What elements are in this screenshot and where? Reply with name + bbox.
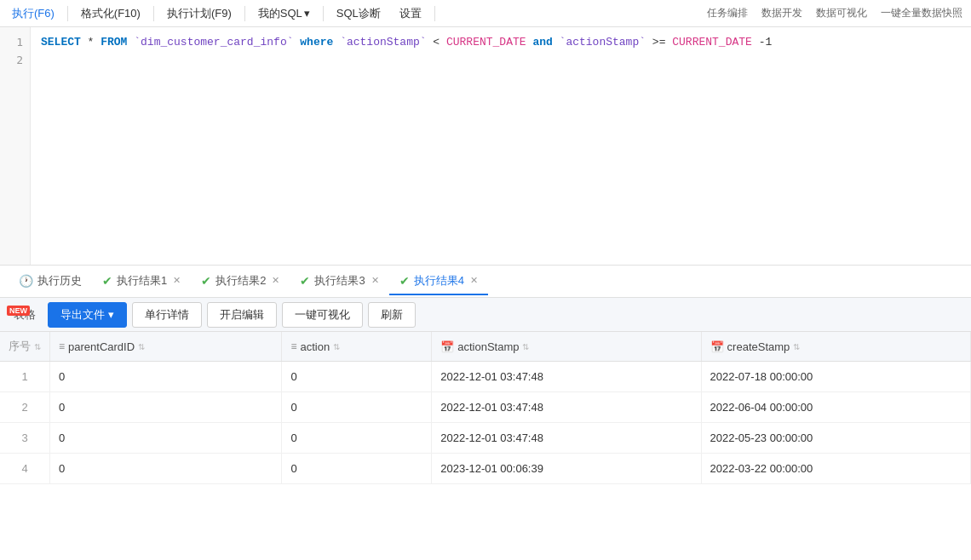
cell-parentcardid-0: 0 (50, 362, 282, 392)
close-tab-2[interactable]: ✕ (272, 275, 279, 286)
th-action: ≡ action ⇅ (282, 332, 432, 362)
cell-actionstamp-1: 2022-12-01 03:47:48 (432, 392, 701, 423)
list-icon-1: ≡ (59, 340, 65, 352)
sort-icon-action[interactable]: ⇅ (333, 342, 340, 351)
chevron-down-icon: ▾ (304, 7, 310, 20)
separator-2 (153, 6, 154, 21)
table-row: 4 0 0 2023-12-01 00:06:39 2022-03-22 00:… (0, 454, 971, 484)
new-badge: NEW (7, 306, 30, 316)
right-toolbar: 任务编排 数据开发 数据可视化 一键全量数据快照 (702, 4, 968, 22)
tab-result3[interactable]: ✔ 执行结果3 ✕ (290, 268, 388, 295)
action-toolbar: NEW 表格 导出文件 ▾ 单行详情 开启编辑 一键可视化 刷新 (0, 298, 971, 332)
separator-5 (434, 6, 435, 21)
th-createstamp: 📅 createStamp ⇅ (701, 332, 970, 362)
table-row: 1 0 0 2022-12-01 03:47:48 2022-07-18 00:… (0, 362, 971, 392)
execute-btn[interactable]: 执行(F6) (3, 3, 63, 24)
plan-btn[interactable]: 执行计划(F9) (158, 3, 240, 24)
row-detail-btn[interactable]: 单行详情 (132, 302, 202, 328)
cell-createstamp-2: 2022-05-23 00:00:00 (701, 423, 970, 454)
separator-1 (67, 6, 68, 21)
separator-4 (323, 6, 324, 21)
tab-history[interactable]: 🕐 执行历史 (9, 268, 92, 295)
format-btn[interactable]: 格式化(F10) (72, 3, 149, 24)
table-body: 1 0 0 2022-12-01 03:47:48 2022-07-18 00:… (0, 362, 971, 484)
check-icon-1: ✔ (102, 274, 112, 288)
close-tab-3[interactable]: ✕ (371, 275, 379, 286)
sort-icon-rownum[interactable]: ⇅ (34, 342, 41, 351)
cell-createstamp-1: 2022-06-04 00:00:00 (701, 392, 970, 423)
data-visual-link[interactable]: 数据可视化 (811, 4, 872, 22)
th-actionstamp: 📅 actionStamp ⇅ (432, 332, 701, 362)
cell-action-3: 0 (282, 454, 432, 484)
cell-action-1: 0 (282, 392, 432, 423)
cell-createstamp-3: 2022-03-22 00:00:00 (701, 454, 970, 484)
cell-actionstamp-0: 2022-12-01 03:47:48 (432, 362, 701, 392)
cell-rownum-2: 3 (0, 423, 50, 454)
separator-3 (244, 6, 245, 21)
enable-edit-btn[interactable]: 开启编辑 (207, 302, 277, 328)
check-icon-2: ✔ (201, 274, 211, 288)
table-view-wrapper: NEW 表格 (7, 307, 43, 323)
export-btn[interactable]: 导出文件 ▾ (48, 302, 127, 328)
refresh-btn[interactable]: 刷新 (368, 302, 416, 328)
check-icon-3: ✔ (300, 274, 310, 288)
cell-rownum-3: 4 (0, 454, 50, 484)
bottom-panel: 🕐 执行历史 ✔ 执行结果1 ✕ ✔ 执行结果2 ✕ ✔ 执行结果3 ✕ ✔ 执… (0, 266, 971, 560)
result-table-wrapper[interactable]: 序号 ⇅ ≡ parentCardID ⇅ (0, 332, 971, 560)
check-icon-4: ✔ (399, 274, 410, 288)
th-rownum: 序号 ⇅ (0, 332, 50, 362)
cell-actionstamp-2: 2022-12-01 03:47:48 (432, 423, 701, 454)
tab-result2[interactable]: ✔ 执行结果2 ✕ (191, 268, 290, 295)
my-sql-btn[interactable]: 我的SQL ▾ (250, 3, 319, 24)
sql-content[interactable]: SELECT * FROM `dim_customer_card_info` w… (31, 27, 971, 265)
calendar-icon-1: 📅 (440, 340, 454, 353)
tab-result1[interactable]: ✔ 执行结果1 ✕ (92, 268, 191, 295)
sort-icon-createstamp[interactable]: ⇅ (793, 342, 800, 351)
main-content: 1 2 SELECT * FROM `dim_customer_card_inf… (0, 27, 971, 560)
sort-icon-parentcardid[interactable]: ⇅ (138, 342, 145, 351)
cell-action-2: 0 (282, 423, 432, 454)
sql-line-1: SELECT * FROM `dim_customer_card_info` w… (41, 34, 961, 52)
settings-btn[interactable]: 设置 (391, 3, 430, 24)
sql-line-2 (41, 52, 961, 70)
line-numbers: 1 2 (0, 27, 31, 265)
table-row: 3 0 0 2022-12-01 03:47:48 2022-05-23 00:… (0, 423, 971, 454)
table-header-row: 序号 ⇅ ≡ parentCardID ⇅ (0, 332, 971, 362)
history-icon: 🕐 (19, 274, 33, 288)
cell-rownum-0: 1 (0, 362, 50, 392)
chevron-down-icon-export: ▾ (108, 308, 114, 321)
cell-parentcardid-1: 0 (50, 392, 282, 423)
close-tab-1[interactable]: ✕ (173, 275, 181, 286)
sort-icon-actionstamp[interactable]: ⇅ (522, 342, 529, 351)
cell-action-0: 0 (282, 362, 432, 392)
top-toolbar: 执行(F6) 格式化(F10) 执行计划(F9) 我的SQL ▾ SQL诊断 设… (0, 0, 971, 27)
result-table: 序号 ⇅ ≡ parentCardID ⇅ (0, 332, 971, 484)
result-tabs: 🕐 执行历史 ✔ 执行结果1 ✕ ✔ 执行结果2 ✕ ✔ 执行结果3 ✕ ✔ 执… (0, 266, 971, 298)
diagnose-btn[interactable]: SQL诊断 (328, 3, 389, 24)
visualize-btn[interactable]: 一键可视化 (282, 302, 363, 328)
tab-result4[interactable]: ✔ 执行结果4 ✕ (389, 268, 488, 295)
task-editor-link[interactable]: 任务编排 (702, 4, 753, 22)
th-parentcardid: ≡ parentCardID ⇅ (50, 332, 282, 362)
close-tab-4[interactable]: ✕ (470, 275, 478, 286)
cell-actionstamp-3: 2023-12-01 00:06:39 (432, 454, 701, 484)
data-dev-link[interactable]: 数据开发 (756, 4, 807, 22)
cell-parentcardid-3: 0 (50, 454, 282, 484)
cell-createstamp-0: 2022-07-18 00:00:00 (701, 362, 970, 392)
cell-rownum-1: 2 (0, 392, 50, 423)
list-icon-2: ≡ (290, 340, 296, 352)
sql-editor[interactable]: 1 2 SELECT * FROM `dim_customer_card_inf… (0, 27, 971, 266)
cell-parentcardid-2: 0 (50, 423, 282, 454)
table-row: 2 0 0 2022-12-01 03:47:48 2022-06-04 00:… (0, 392, 971, 423)
calendar-icon-2: 📅 (710, 340, 724, 353)
full-data-link[interactable]: 一键全量数据快照 (876, 4, 968, 22)
